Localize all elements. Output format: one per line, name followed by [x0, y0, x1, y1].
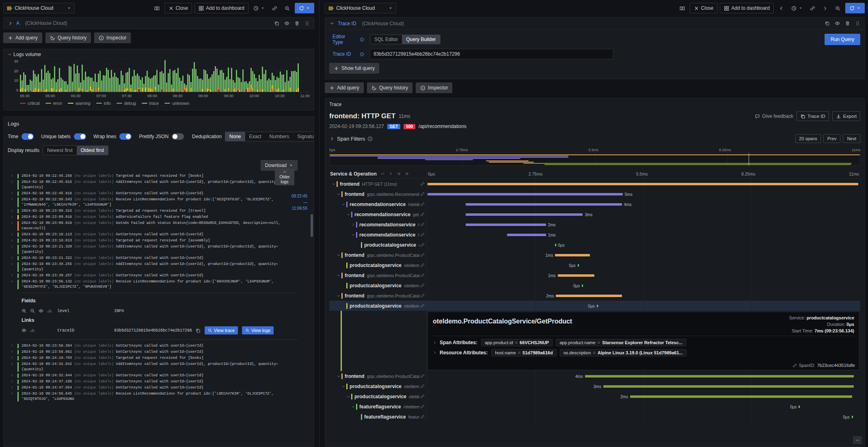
expand-log-icon[interactable] [10, 362, 14, 366]
expand-log-icon[interactable] [10, 215, 14, 219]
span-link-icon[interactable] [420, 283, 425, 288]
span-row[interactable]: productcatalogserviceoteld0μs [329, 240, 860, 250]
time-shift-back-button[interactable] [776, 3, 786, 13]
span-row[interactable]: productcatalogserviceoteldemo.Produc3ms [329, 381, 860, 391]
time-shift-forward-button[interactable] [820, 3, 830, 13]
older-logs-button[interactable]: Older logs [275, 169, 294, 185]
span-name-cell[interactable]: featureflagservice/oteldemo.Feat [329, 401, 427, 412]
expand-log-icon[interactable] [10, 239, 14, 242]
legend-item-unknown[interactable]: unknown [164, 101, 189, 106]
span-filters-label[interactable]: Span Filters [337, 136, 365, 142]
hide-query-icon[interactable] [835, 21, 840, 26]
option-numbers[interactable]: Numbers [266, 132, 294, 141]
hide-query-icon[interactable] [284, 21, 289, 26]
span-name-cell[interactable]: frontendgrpc.oteldemo.ProductCatalogServ… [329, 270, 427, 280]
legend-item-critical[interactable]: critical [20, 101, 40, 106]
expand-one-icon[interactable] [389, 171, 393, 176]
span-name-cell[interactable]: frontendgrpc.oteldemo.RecommendationServ… [329, 189, 427, 199]
span-row[interactable]: productcatalogserviceoteldemo.Produc0μs [329, 260, 860, 270]
expand-icon[interactable] [433, 351, 437, 355]
span-link-icon[interactable] [420, 212, 425, 217]
view-trace-button[interactable]: View trace [205, 326, 238, 334]
span-link-icon[interactable] [420, 253, 425, 257]
pane-divider[interactable] [317, 0, 322, 447]
option-newest-first[interactable]: Newest first [43, 146, 77, 155]
log-row[interactable]: 2024-02-19 09:22:45.258 (no unique label… [8, 173, 310, 179]
span-link-icon[interactable] [420, 374, 425, 378]
add-to-dashboard-button[interactable]: Add to dashboard [720, 3, 774, 13]
span-name-cell[interactable]: frontendHTTP GET (11ms) [329, 179, 427, 189]
span-row[interactable]: recommendationserviceget_produc3ms [329, 209, 860, 219]
drag-handle-icon[interactable] [304, 21, 310, 26]
span-name-cell[interactable]: recommendationservice/oteldemo.Rec [329, 199, 427, 209]
span-name-cell[interactable]: productcatalogserviceoteldemo.Fea [329, 391, 427, 401]
span-attributes-row[interactable]: Span Attributes: app.product.id=66VCHSJN… [433, 339, 854, 346]
info-icon[interactable] [360, 37, 364, 42]
collapse-span-icon[interactable] [336, 374, 341, 378]
trace-id-input[interactable] [370, 49, 613, 59]
span-name-cell[interactable]: frontendgrpc.oteldemo.ProductCatalogServ… [329, 291, 427, 301]
expand-log-icon[interactable] [10, 380, 14, 383]
span-name-cell[interactable]: frontendgrpc.oteldemo.ProductCatalogServ… [329, 250, 427, 260]
query-history-button[interactable]: Query history [45, 33, 91, 43]
view-logs-button[interactable]: View logs [242, 326, 274, 334]
filter-out-value-icon[interactable] [30, 308, 35, 313]
legend-item-warning[interactable]: warning [68, 101, 91, 106]
collapse-span-icon[interactable] [336, 294, 341, 298]
split-view-button[interactable] [677, 3, 687, 13]
expand-log-icon[interactable] [10, 392, 14, 395]
span-link-icon[interactable] [420, 273, 425, 278]
span-link-icon[interactable] [420, 394, 425, 399]
span-link-icon[interactable] [420, 222, 425, 227]
export-button[interactable]: Export [832, 111, 860, 121]
prettify-json-switch[interactable] [172, 133, 184, 140]
option-oldest-first[interactable]: Oldest first [77, 146, 108, 155]
span-timeline-cell[interactable]: 4ms [427, 199, 860, 209]
legend-item-info[interactable]: info [96, 101, 111, 106]
collapse-section-icon[interactable] [8, 52, 12, 56]
duplicate-query-icon[interactable] [825, 21, 830, 26]
wrap-lines-switch[interactable] [119, 133, 132, 140]
collapse-span-icon[interactable] [341, 384, 346, 388]
span-timeline-cell[interactable]: 1ms [427, 270, 860, 280]
legend-item-debug[interactable]: debug [117, 101, 136, 106]
span-name-cell[interactable]: recommendationservice/otelde [329, 219, 427, 230]
log-row[interactable]: 2024-02-19 09:24:19.703 (no unique label… [8, 355, 310, 361]
log-row[interactable]: 2024-02-19 09:22:45.915 (no unique label… [8, 179, 310, 191]
option-none[interactable]: None [225, 132, 245, 141]
span-link-icon[interactable] [420, 384, 425, 388]
span-row[interactable]: frontendgrpc.oteldemo.ProductCatalogServ… [329, 270, 860, 280]
expand-span-filters-icon[interactable] [329, 136, 335, 141]
collapse-span-icon[interactable] [350, 233, 356, 237]
log-row[interactable]: 2024-02-19 09:23:21.322 (no unique label… [8, 255, 310, 261]
log-row[interactable]: 2024-02-19 09:23:18.613 (no unique label… [8, 238, 310, 244]
run-query-button[interactable]: Run Query [825, 34, 860, 45]
span-timeline-cell[interactable]: 0μs [427, 280, 860, 291]
chevron-down-icon[interactable] [329, 21, 335, 26]
expand-log-icon[interactable] [10, 262, 14, 266]
span-timeline-cell[interactable]: 5ms [427, 189, 860, 199]
collapse-span-icon[interactable] [350, 405, 356, 409]
expand-log-icon[interactable] [10, 197, 14, 201]
inspector-button[interactable]: Inspector [416, 82, 452, 93]
span-row[interactable]: recommendationservice/otelde1ms [329, 230, 860, 240]
span-name-cell[interactable]: productcatalogserviceoteld [329, 240, 427, 250]
expand-log-icon[interactable] [10, 373, 14, 377]
span-link-icon[interactable] [420, 192, 425, 196]
option-signature[interactable]: Signature [293, 132, 314, 141]
field-stats-icon[interactable] [30, 328, 35, 333]
span-timeline-cell[interactable]: 0μs [427, 412, 860, 422]
query-history-button[interactable]: Query history [367, 82, 412, 93]
collapse-log-icon[interactable] [10, 280, 14, 283]
refresh-button[interactable] [845, 3, 865, 13]
option-query-builder[interactable]: Query Builder [402, 35, 440, 44]
span-timeline-cell[interactable]: 3ms [427, 209, 860, 219]
inspector-button[interactable]: Inspector [94, 33, 131, 43]
span-row[interactable]: recommendationservice/oteldemo.Rec4ms [329, 199, 860, 209]
collapse-all-icon[interactable] [397, 171, 401, 176]
expand-log-icon[interactable] [10, 386, 14, 389]
info-icon[interactable] [367, 136, 373, 141]
expand-log-icon[interactable] [10, 256, 14, 260]
log-row[interactable]: 2024-02-19 09:24:32.944 (no unique label… [8, 373, 310, 379]
span-row[interactable]: frontendgrpc.oteldemo.ProductCatalogServ… [329, 250, 860, 260]
